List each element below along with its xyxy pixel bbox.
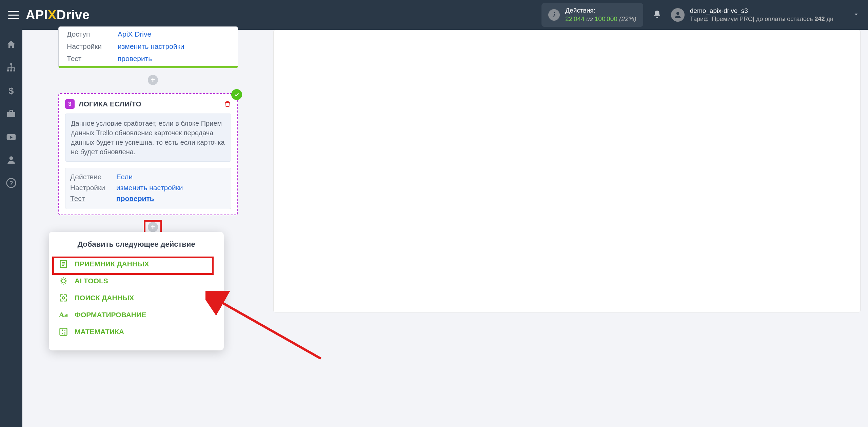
kv-link[interactable]: Если — [116, 173, 133, 181]
chevron-down-icon[interactable] — [852, 11, 860, 19]
svg-rect-1 — [10, 63, 12, 65]
ai-icon — [58, 276, 68, 286]
add-step-button[interactable]: + — [148, 75, 158, 85]
add-step-button-highlighted[interactable]: + — [148, 222, 158, 232]
actions-counter[interactable]: Действия: 22'044 из 100'000 (22%) — [541, 3, 643, 26]
avatar-icon — [671, 8, 685, 22]
kv-link[interactable]: изменить настройки — [116, 184, 183, 192]
account-icon[interactable] — [6, 155, 17, 165]
side-nav: $ ? — [0, 30, 22, 427]
card-logic-if: 3 ЛОГИКА ЕСЛИ/ТО Данное условие сработае… — [58, 93, 238, 215]
card-title: ЛОГИКА ЕСЛИ/ТО — [79, 100, 220, 108]
preview-panel — [273, 30, 861, 312]
kv-key: Настройки — [70, 184, 116, 192]
format-icon: Aa — [58, 310, 68, 320]
tariff-text: Тариф |Премиум PRO| до оплаты осталось 2… — [690, 15, 833, 23]
actions-pct: (22%) — [619, 15, 636, 22]
svg-point-12 — [61, 279, 65, 283]
status-check-icon — [231, 89, 242, 100]
step-number: 3 — [65, 99, 75, 109]
search-box-icon — [58, 293, 68, 303]
actions-used: 22'044 — [565, 15, 584, 22]
highlight-box — [52, 257, 214, 275]
delete-icon[interactable] — [224, 100, 231, 108]
kv-link[interactable]: ApiX Drive — [118, 30, 151, 38]
popup-item-ai-tools[interactable]: AI TOOLS — [49, 272, 224, 289]
svg-point-0 — [676, 12, 679, 15]
kv-link[interactable]: изменить настройки — [118, 42, 184, 50]
home-icon[interactable] — [6, 39, 17, 50]
kv-key: Действие — [70, 173, 116, 181]
popup-item-formatting[interactable]: Aa ФОРМАТИРОВАНИЕ — [49, 306, 224, 323]
info-icon — [548, 9, 560, 21]
actions-total: 100'000 — [595, 15, 617, 22]
kv-key: Тест — [59, 53, 110, 65]
top-nav: APIXDrive Действия: 22'044 из 100'000 (2… — [0, 0, 868, 30]
help-icon[interactable]: ? — [6, 178, 17, 188]
svg-text:?: ? — [9, 180, 13, 187]
popup-item-data-search[interactable]: ПОИСК ДАННЫХ — [49, 289, 224, 306]
popup-item-label: ФОРМАТИРОВАНИЕ — [75, 311, 146, 319]
video-icon[interactable] — [6, 131, 17, 142]
billing-icon[interactable]: $ — [6, 85, 17, 96]
popup-item-math[interactable]: МАТЕМАТИКА — [49, 323, 224, 340]
hamburger-icon[interactable] — [8, 9, 19, 20]
svg-text:$: $ — [9, 86, 14, 96]
svg-rect-3 — [10, 69, 12, 71]
add-action-popup: Добавить следующее действие ПРИЕМНИК ДАН… — [49, 232, 224, 350]
svg-rect-6 — [7, 112, 15, 117]
kv-link[interactable]: проверить — [116, 195, 154, 203]
svg-rect-14 — [60, 328, 67, 336]
svg-point-8 — [9, 156, 13, 160]
user-name: demo_apix-drive_s3 — [690, 7, 833, 15]
popup-item-label: МАТЕМАТИКА — [75, 328, 124, 336]
popup-item-label: ПОИСК ДАННЫХ — [75, 294, 134, 302]
kv-key: Настройки — [59, 40, 110, 53]
briefcase-icon[interactable] — [6, 108, 17, 119]
bell-icon[interactable] — [653, 10, 662, 20]
kv-key: Тест — [70, 195, 116, 203]
card-source-partial: ДоступApiX Drive Настройкиизменить настр… — [58, 26, 238, 68]
logo[interactable]: APIXDrive — [26, 8, 90, 22]
kv-key: Доступ — [59, 28, 110, 40]
kv-link[interactable]: проверить — [118, 55, 152, 62]
popup-title: Добавить следующее действие — [49, 240, 224, 249]
actions-label: Действия: — [565, 6, 636, 15]
svg-rect-4 — [14, 69, 15, 71]
math-icon — [58, 327, 68, 337]
popup-item-label: AI TOOLS — [75, 277, 108, 285]
connections-icon[interactable] — [6, 62, 17, 73]
svg-point-13 — [62, 297, 65, 299]
condition-note: Данное условие сработает, если в блоке П… — [65, 114, 231, 162]
svg-rect-2 — [7, 69, 9, 71]
user-menu[interactable]: demo_apix-drive_s3 Тариф |Премиум PRO| д… — [671, 7, 860, 23]
actions-of: из — [586, 15, 593, 22]
